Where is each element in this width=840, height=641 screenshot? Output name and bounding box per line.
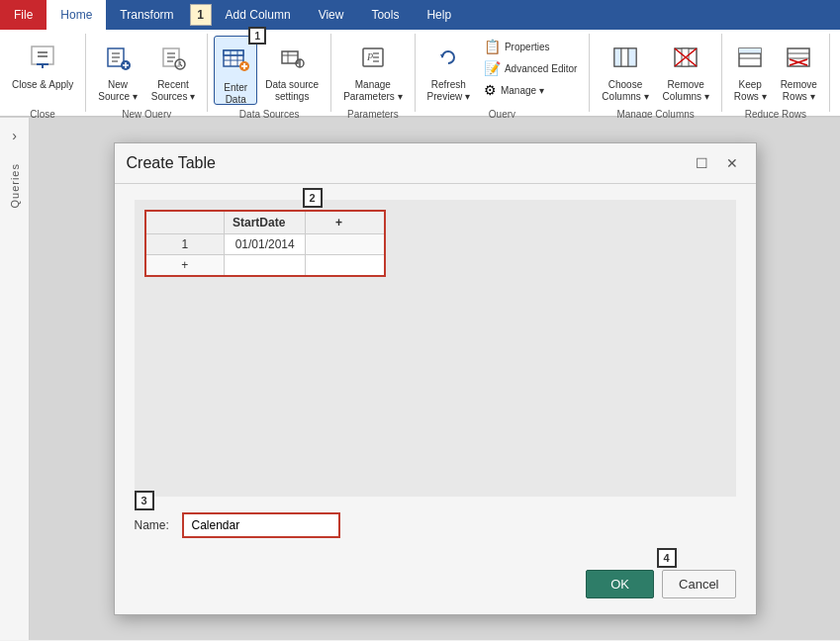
choose-columns-button[interactable]: ChooseColumns ▾ xyxy=(596,36,654,105)
svg-rect-40 xyxy=(628,48,636,66)
keep-rows-icon xyxy=(736,44,764,75)
manage-label: Manage ▾ xyxy=(501,85,544,96)
keep-rows-label: KeepRows ▾ xyxy=(734,79,767,103)
advanced-editor-label: Advanced Editor xyxy=(505,63,577,74)
close-apply-button[interactable]: Close & Apply xyxy=(6,36,79,105)
new-source-button[interactable]: NewSource ▾ xyxy=(92,36,142,105)
tab-view[interactable]: View xyxy=(305,0,358,30)
annotation-1: 1 xyxy=(248,27,266,45)
table-add-column-btn[interactable]: + xyxy=(306,211,385,234)
recent-sources-button[interactable]: RecentSources ▾ xyxy=(145,36,201,105)
annotation-4: 4 xyxy=(657,548,677,568)
ribbon-group-close: Close & Apply Close xyxy=(0,34,86,112)
manage-parameters-button[interactable]: P ManageParameters ▾ xyxy=(337,36,408,105)
close-apply-label: Close & Apply xyxy=(12,79,73,91)
remove-columns-label: RemoveColumns ▾ xyxy=(663,79,709,103)
manage-icon: ⚙ xyxy=(484,82,497,98)
refresh-preview-label: RefreshPreview ▾ xyxy=(427,79,470,103)
table-row: 1 01/01/2014 xyxy=(145,234,385,255)
svg-rect-48 xyxy=(739,48,761,53)
sidebar: › Queries xyxy=(0,118,30,640)
ribbon-group-data-sources: 1 xyxy=(208,34,331,112)
svg-text:P: P xyxy=(366,51,373,62)
svg-rect-0 xyxy=(32,46,53,64)
table-cell-rownum-1: 1 xyxy=(145,234,225,255)
svg-rect-18 xyxy=(224,50,243,55)
data-source-settings-label: Data sourcesettings xyxy=(265,79,319,103)
table-add-row-btn[interactable]: + xyxy=(145,255,225,277)
tab-annotation-1: 1 xyxy=(190,4,212,26)
enter-data-icon xyxy=(221,45,250,78)
svg-marker-36 xyxy=(440,54,444,58)
data-source-settings-button[interactable]: Data sourcesettings xyxy=(259,36,325,105)
dialog-close-button[interactable]: ✕ xyxy=(720,151,744,175)
svg-rect-39 xyxy=(621,48,628,66)
remove-columns-icon xyxy=(672,44,700,75)
sidebar-collapse-arrow[interactable]: › xyxy=(12,128,17,143)
dialog-controls: ☐ ✕ xyxy=(691,151,744,175)
properties-button[interactable]: 📋 Properties xyxy=(478,36,583,57)
name-input[interactable] xyxy=(182,512,340,538)
enter-data-button[interactable]: 1 xyxy=(214,36,257,105)
svg-rect-38 xyxy=(614,48,621,66)
table-header-rownum xyxy=(145,211,225,234)
table-add-row: + xyxy=(145,255,385,277)
table-cell-empty-row xyxy=(225,255,306,277)
sidebar-label: Queries xyxy=(9,163,21,209)
ribbon-group-query: RefreshPreview ▾ 📋 Properties 📝 Advanced… xyxy=(416,34,591,112)
table-cell-startdate-1[interactable]: 01/01/2014 xyxy=(225,234,306,255)
recent-sources-icon xyxy=(159,44,187,75)
query-col: 📋 Properties 📝 Advanced Editor ⚙ Manage … xyxy=(478,36,583,101)
new-source-icon xyxy=(104,44,132,75)
tab-help[interactable]: Help xyxy=(413,0,465,30)
name-label: Name: xyxy=(135,518,174,532)
tab-add-column[interactable]: Add Column xyxy=(212,0,305,30)
remove-rows-label: RemoveRows ▾ xyxy=(781,79,817,103)
remove-rows-icon xyxy=(785,44,812,75)
cancel-button[interactable]: Cancel xyxy=(662,570,735,598)
enter-data-label: EnterData xyxy=(224,82,247,106)
content-area: Create Table ☐ ✕ 2 xyxy=(30,118,840,640)
new-source-label: NewSource ▾ xyxy=(98,79,137,103)
ok-button[interactable]: OK xyxy=(586,570,654,598)
dialog-title: Create Table xyxy=(127,154,216,172)
choose-columns-label: ChooseColumns ▾ xyxy=(602,79,648,103)
recent-sources-label: RecentSources ▾ xyxy=(151,79,195,103)
ribbon-group-manage-columns: ChooseColumns ▾ RemoveColumns ▾ Manage C… xyxy=(590,34,722,112)
remove-columns-button[interactable]: RemoveColumns ▾ xyxy=(657,36,715,105)
properties-label: Properties xyxy=(505,42,550,52)
dialog-restore-button[interactable]: ☐ xyxy=(691,151,714,175)
create-table-dialog: Create Table ☐ ✕ 2 xyxy=(114,142,757,615)
name-row: 3 Name: xyxy=(135,512,736,538)
tab-transform[interactable]: Transform xyxy=(106,0,187,30)
annotation-2: 2 xyxy=(303,188,323,208)
tab-tools[interactable]: Tools xyxy=(357,0,413,30)
ribbon-group-parameters: P ManageParameters ▾ Parameters xyxy=(331,34,415,112)
table-cell-empty-1 xyxy=(306,234,385,255)
svg-rect-26 xyxy=(282,51,298,63)
annotation-3: 3 xyxy=(135,491,154,510)
remove-rows-button[interactable]: RemoveRows ▾ xyxy=(775,36,823,105)
split-column-button[interactable]: SplitColumn ▾ xyxy=(836,36,840,105)
manage-button[interactable]: ⚙ Manage ▾ xyxy=(478,79,583,101)
refresh-preview-button[interactable]: RefreshPreview ▾ xyxy=(421,36,476,105)
table-header-startdate[interactable]: StartDate xyxy=(225,211,306,234)
advanced-editor-button[interactable]: 📝 Advanced Editor xyxy=(478,57,583,79)
dialog-body: 2 StartDate + xyxy=(115,184,756,570)
tab-file[interactable]: File xyxy=(0,0,47,30)
table-container: 2 StartDate + xyxy=(135,200,736,497)
data-source-settings-icon xyxy=(278,44,306,75)
tab-home[interactable]: Home xyxy=(47,0,106,30)
advanced-editor-icon: 📝 xyxy=(484,60,501,76)
svg-rect-50 xyxy=(788,48,809,66)
table-cell-empty-row2 xyxy=(306,255,385,277)
data-table[interactable]: StartDate + 1 01/01/2014 xyxy=(144,210,386,277)
ribbon-group-new-query: NewSource ▾ RecentSources ▾ xyxy=(86,34,208,112)
manage-parameters-icon: P xyxy=(359,44,387,75)
ribbon-group-sort: SplitColumn ▾ GroupBy Sort xyxy=(830,34,840,112)
keep-rows-button[interactable]: KeepRows ▾ xyxy=(728,36,773,105)
close-apply-icon xyxy=(29,44,56,75)
manage-parameters-label: ManageParameters ▾ xyxy=(343,79,402,103)
properties-icon: 📋 xyxy=(484,39,501,54)
ribbon-group-reduce-rows: KeepRows ▾ RemoveRows ▾ Red xyxy=(722,34,830,112)
